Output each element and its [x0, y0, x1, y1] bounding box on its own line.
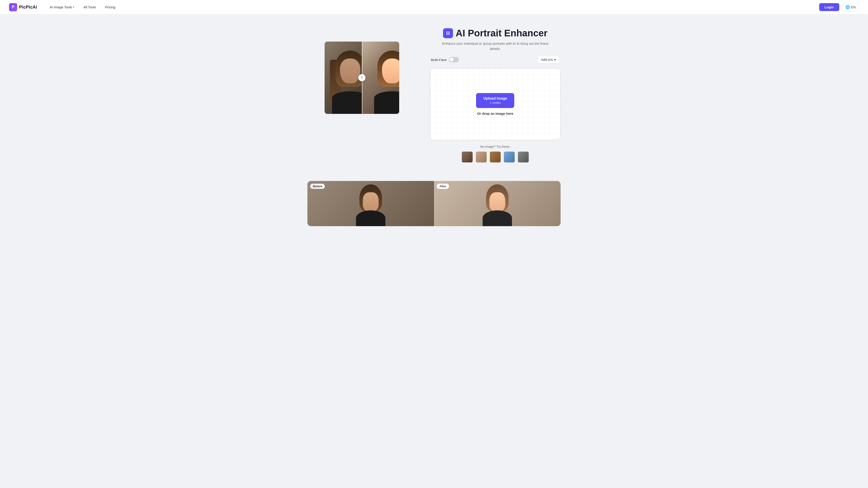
nav-actions: Login 🌐 EN	[819, 3, 859, 11]
sample-images	[430, 151, 561, 163]
after-label: After	[437, 184, 449, 189]
before-label: Before	[310, 184, 325, 189]
controls-row: Multi-Face Add-ons ▾	[430, 56, 561, 64]
sample-thumb-4[interactable]	[503, 151, 515, 163]
multi-face-toggle[interactable]	[449, 57, 459, 62]
sample-thumb-2[interactable]	[475, 151, 487, 163]
before-after-banner: Before After	[307, 181, 561, 226]
after-half	[362, 41, 399, 114]
tool-title-row: ⊞ AI Portrait Enhancer	[430, 28, 561, 38]
upload-image-button[interactable]: Upload Image 1 credits	[476, 93, 514, 108]
multi-face-label: Multi-Face	[431, 58, 447, 62]
tool-section: ⊞ AI Portrait Enhancer Enhance your indi…	[430, 28, 561, 163]
before-half	[324, 41, 362, 114]
banner-after: After	[434, 181, 561, 226]
chevron-down-icon: ▾	[73, 6, 74, 8]
sample-thumb-5[interactable]	[518, 151, 529, 163]
globe-icon: 🌐	[845, 5, 850, 9]
sample-label: No image? Try these.	[430, 145, 561, 149]
upload-dropzone[interactable]: Upload Image 1 credits Or drop an image …	[430, 68, 561, 140]
sample-section: No image? Try these.	[430, 145, 561, 163]
drop-text: Or drop an image here	[477, 111, 513, 116]
sample-thumb-3[interactable]	[489, 151, 501, 163]
logo-text: PicPicAi	[19, 4, 37, 10]
addons-button[interactable]: Add-ons ▾	[537, 56, 560, 64]
navigation: P PicPicAi AI Image Tools ▾ All Tools Pr…	[0, 0, 868, 14]
multi-face-control: Multi-Face	[431, 57, 459, 62]
nav-link-all-tools[interactable]: All Tools	[80, 3, 100, 11]
divider-handle[interactable]: ⠿	[358, 74, 366, 81]
preview-section: ⠿	[307, 28, 416, 114]
logo-icon: P	[9, 3, 17, 11]
before-after-preview: ⠿	[324, 41, 399, 114]
language-selector[interactable]: 🌐 EN	[842, 3, 859, 11]
tool-icon: ⊞	[443, 28, 453, 38]
tool-header: ⊞ AI Portrait Enhancer Enhance your indi…	[430, 28, 561, 51]
chevron-down-icon: ▾	[554, 58, 556, 61]
sample-thumb-1[interactable]	[461, 151, 473, 163]
nav-link-ai-image-tools[interactable]: AI Image Tools ▾	[46, 3, 78, 11]
banner-before: Before	[307, 181, 434, 226]
login-button[interactable]: Login	[819, 3, 839, 11]
nav-link-pricing[interactable]: Pricing	[101, 3, 119, 11]
page-title: AI Portrait Enhancer	[456, 28, 548, 38]
logo[interactable]: P PicPicAi	[9, 3, 37, 11]
tool-subtitle: Enhance your individual or group portrai…	[441, 41, 550, 51]
bottom-preview: Before After	[298, 181, 569, 240]
nav-links: AI Image Tools ▾ All Tools Pricing	[46, 3, 819, 11]
